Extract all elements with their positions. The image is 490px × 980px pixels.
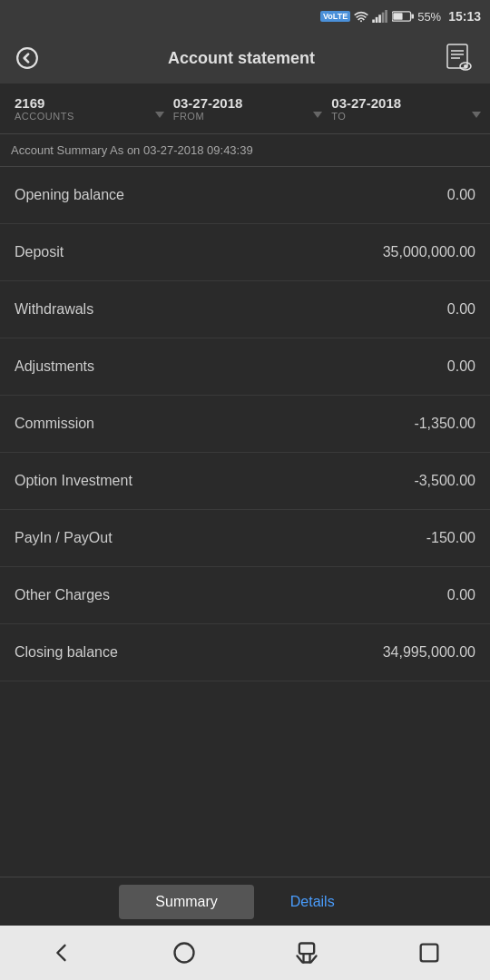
from-filter[interactable]: 03-27-2018 FROM [166,95,325,122]
accounts-label: ACCOUNTS [15,111,74,122]
nav-home-button[interactable] [162,930,207,975]
row-value: -1,350.00 [414,416,475,432]
nav-square-button[interactable] [407,930,452,975]
svg-point-0 [360,20,362,22]
report-icon[interactable] [439,38,479,78]
battery-icon [392,10,414,23]
tab-summary[interactable]: Summary [119,885,253,919]
svg-rect-4 [382,13,385,23]
table-row: Opening balance0.00 [0,167,490,224]
status-bar: VoLTE 55% 15:13 [0,0,490,33]
row-value: 0.00 [447,301,475,318]
report-view-icon [444,43,475,74]
filter-row: 2169 ACCOUNTS 03-27-2018 FROM 03-27-2018… [0,83,490,134]
battery-percent: 55% [417,10,441,24]
row-value: -3,500.00 [414,473,475,489]
status-icons: VoLTE 55% 15:13 [320,9,481,24]
row-value: 35,000,000.00 [383,244,475,260]
table-row: Commission-1,350.00 [0,396,490,453]
row-label: Closing balance [15,644,118,661]
row-label: Option Investment [15,473,132,489]
svg-rect-7 [393,13,402,20]
tab-details[interactable]: Details [254,885,371,919]
nav-back-button[interactable] [39,930,84,975]
nav-bar [0,926,490,980]
row-value: 0.00 [447,587,475,603]
time-display: 15:13 [448,9,481,24]
svg-rect-2 [376,17,378,23]
svg-point-15 [464,64,467,68]
row-label: Commission [15,416,94,432]
table-row: Adjustments0.00 [0,338,490,396]
table-row: Option Investment-3,500.00 [0,453,490,510]
to-arrow [472,112,481,118]
row-value: 0.00 [447,187,475,203]
row-label: Deposit [15,244,64,260]
summary-header: Account Summary As on 03-27-2018 09:43:3… [0,134,490,167]
svg-rect-17 [299,944,313,955]
from-label: FROM [173,111,204,122]
svg-point-9 [17,48,37,68]
to-value: 03-27-2018 [331,95,401,111]
account-table: Opening balance0.00Deposit35,000,000.00W… [0,167,490,877]
volte-badge: VoLTE [320,11,350,22]
wifi-icon [354,10,368,23]
row-value: -150.00 [426,530,475,546]
from-arrow [313,112,322,118]
to-label: TO [331,111,346,122]
row-label: Withdrawals [15,301,93,318]
svg-rect-8 [412,14,415,18]
svg-point-16 [174,944,193,963]
svg-rect-3 [378,15,381,23]
back-button[interactable] [11,42,44,74]
bottom-tabs: Summary Details [0,877,490,926]
row-label: Opening balance [15,187,124,203]
row-label: PayIn / PayOut [15,530,113,546]
accounts-value: 2169 [15,95,44,111]
signal-icon [372,10,388,23]
app-header: Account statement [0,33,490,83]
row-label: Adjustments [15,358,94,375]
row-value: 0.00 [447,358,475,375]
table-row: Withdrawals0.00 [0,281,490,338]
accounts-filter[interactable]: 2169 ACCOUNTS [7,95,166,122]
row-label: Other Charges [15,587,110,603]
table-row: Closing balance34,995,000.00 [0,624,490,681]
table-row: Other Charges0.00 [0,567,490,624]
svg-rect-10 [447,44,467,68]
svg-rect-1 [372,20,375,24]
nav-recent-button[interactable] [284,930,329,975]
to-filter[interactable]: 03-27-2018 TO [324,95,483,122]
accounts-arrow [155,112,164,118]
table-row: PayIn / PayOut-150.00 [0,510,490,567]
from-value: 03-27-2018 [173,95,243,111]
svg-rect-20 [420,945,437,962]
header-title: Account statement [44,49,439,68]
row-value: 34,995,000.00 [383,644,475,661]
table-row: Deposit35,000,000.00 [0,224,490,281]
svg-rect-5 [385,10,387,23]
